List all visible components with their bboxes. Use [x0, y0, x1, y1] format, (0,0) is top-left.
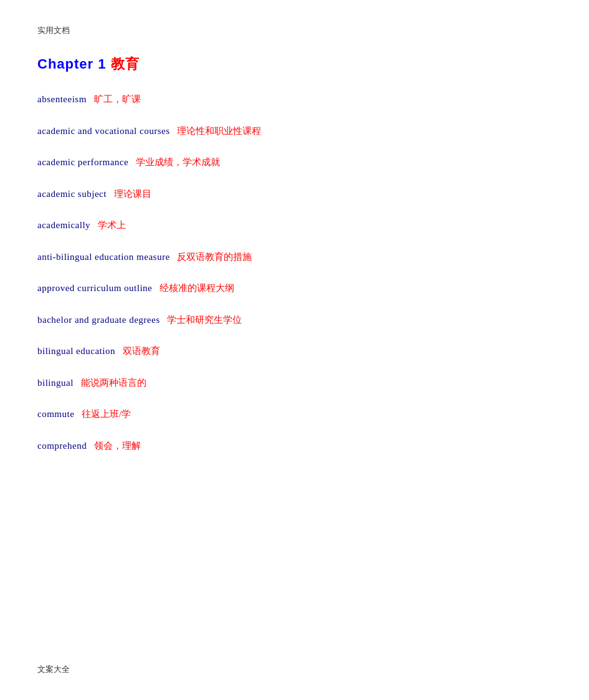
vocab-en: bilingual education	[37, 346, 115, 356]
vocab-zh: 学士和研究生学位	[165, 315, 242, 325]
vocab-item: anti-bilingual education measure 反双语教育的措…	[37, 250, 552, 264]
footer-label: 文案大全	[37, 664, 70, 675]
vocab-en: absenteeism	[37, 94, 87, 104]
vocab-item: comprehend 领会，理解	[37, 439, 552, 453]
chapter-title-en: Chapter 1	[37, 56, 106, 72]
vocab-en: anti-bilingual education measure	[37, 252, 170, 262]
vocab-item: commute 往返上班/学	[37, 407, 552, 421]
vocab-item: academically 学术上	[37, 218, 552, 233]
vocab-en: approved curriculum outline	[37, 283, 152, 293]
vocab-zh: 学业成绩，学术成就	[133, 157, 220, 167]
vocab-item: approved curriculum outline 经核准的课程大纲	[37, 281, 552, 295]
vocab-zh: 理论课目	[112, 189, 151, 199]
vocab-item: academic subject 理论课目	[37, 187, 552, 201]
vocab-item: academic and vocational courses 理论性和职业性课…	[37, 124, 552, 138]
vocab-zh: 领会，理解	[92, 441, 141, 451]
vocab-zh: 往返上班/学	[79, 409, 131, 419]
vocab-zh: 反双语教育的措施	[175, 252, 252, 262]
vocab-en: bachelor and graduate degrees	[37, 315, 160, 325]
vocab-zh: 学术上	[95, 220, 126, 230]
chapter-title-cn: 教育	[111, 56, 140, 72]
vocab-en: academically	[37, 220, 90, 230]
vocab-en: comprehend	[37, 441, 87, 451]
vocab-zh: 双语教育	[120, 346, 160, 356]
vocab-zh: 旷工，旷课	[92, 94, 141, 104]
vocab-zh: 理论性和职业性课程	[175, 126, 262, 136]
vocab-en: commute	[37, 409, 74, 419]
vocab-en: academic and vocational courses	[37, 126, 170, 136]
vocab-list: absenteeism 旷工，旷课academic and vocational…	[37, 92, 552, 453]
vocab-item: absenteeism 旷工，旷课	[37, 92, 552, 107]
header-label: 实用文档	[37, 25, 552, 36]
vocab-zh: 经核准的课程大纲	[157, 283, 234, 293]
vocab-zh: 能说两种语言的	[79, 378, 146, 388]
vocab-en: bilingual	[37, 378, 74, 388]
vocab-item: academic performance 学业成绩，学术成就	[37, 155, 552, 170]
vocab-en: academic performance	[37, 157, 128, 167]
vocab-item: bilingual 能说两种语言的	[37, 376, 552, 390]
vocab-item: bilingual education 双语教育	[37, 344, 552, 358]
vocab-en: academic subject	[37, 189, 107, 199]
page-container: 实用文档 Chapter 1 教育 absenteeism 旷工，旷课acade…	[0, 0, 589, 700]
vocab-item: bachelor and graduate degrees 学士和研究生学位	[37, 313, 552, 327]
chapter-title: Chapter 1 教育	[37, 55, 552, 74]
